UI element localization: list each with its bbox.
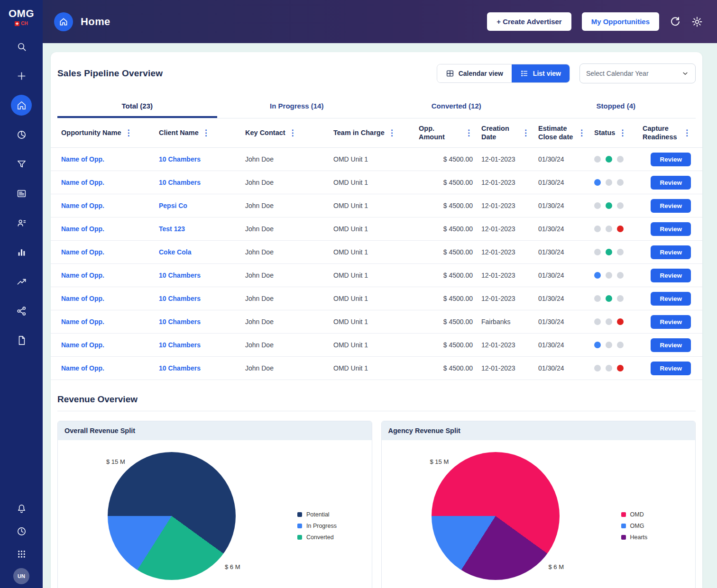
column-menu-icon[interactable]: ⋮	[202, 129, 210, 137]
column-label: Client Name	[159, 129, 199, 137]
tab-total-23[interactable]: Total (23)	[57, 95, 217, 118]
sidebar-item-funnel[interactable]	[11, 154, 32, 174]
user-avatar[interactable]: UN	[13, 568, 29, 584]
opportunity-link[interactable]: Name of Opp.	[61, 155, 104, 163]
review-button[interactable]: Review	[651, 199, 691, 213]
funnel-icon	[16, 159, 27, 170]
opportunity-link[interactable]: Name of Opp.	[61, 225, 104, 233]
column-menu-icon[interactable]: ⋮	[618, 129, 626, 137]
home-icon[interactable]	[54, 12, 73, 31]
close-date: 01/30/24	[534, 225, 590, 233]
sidebar-item-contacts[interactable]	[11, 212, 32, 233]
column-menu-icon[interactable]: ⋮	[388, 129, 396, 137]
opportunity-link[interactable]: Name of Opp.	[61, 271, 104, 279]
sidebar-item-home[interactable]	[11, 95, 32, 116]
review-button[interactable]: Review	[651, 176, 691, 190]
column-menu-icon[interactable]: ⋮	[289, 129, 297, 137]
column-menu-icon[interactable]: ⋮	[683, 129, 691, 137]
sidebar-item-pie-chart[interactable]	[11, 124, 32, 145]
sidebar-item-plus[interactable]	[11, 65, 32, 86]
sidebar-item-bell[interactable]	[12, 499, 31, 518]
review-button[interactable]: Review	[651, 315, 691, 329]
status-dot-gray	[617, 272, 624, 279]
team-in-charge: OMD Unit 1	[330, 295, 415, 302]
review-button[interactable]: Review	[651, 222, 691, 236]
opportunity-link[interactable]: Name of Opp.	[61, 364, 104, 372]
status-dot-red	[617, 318, 624, 325]
status-dot-green	[606, 202, 612, 209]
sidebar-item-news[interactable]	[11, 183, 32, 204]
opportunity-link[interactable]: Name of Opp.	[61, 179, 104, 186]
settings-icon[interactable]	[691, 16, 703, 27]
sidebar-item-clock[interactable]	[12, 522, 31, 541]
legend-label: Hearts	[630, 534, 648, 541]
tab-stopped-4[interactable]: Stopped (4)	[536, 95, 696, 118]
column-label: Opportunity Name	[61, 129, 121, 137]
legend-swatch	[297, 535, 302, 540]
home-glyph-icon	[59, 17, 68, 27]
review-button[interactable]: Review	[651, 338, 691, 352]
opp-amount: $ 4500.00	[415, 364, 478, 372]
opportunity-link[interactable]: Name of Opp.	[61, 248, 104, 256]
pipeline-controls: Calendar view List view Select Calendar …	[437, 63, 696, 83]
list-view-button[interactable]: List view	[512, 64, 570, 82]
review-button[interactable]: Review	[651, 153, 691, 166]
pie-value-label: $ 6 M	[225, 563, 240, 570]
client-link[interactable]: Test 123	[159, 225, 185, 233]
client-link[interactable]: Pepsi Co	[159, 202, 187, 209]
close-date: 01/30/24	[534, 295, 590, 302]
legend-item: Potential	[297, 511, 337, 518]
chart-legend: OMDOMGHearts	[621, 511, 648, 541]
opportunity-link[interactable]: Name of Opp.	[61, 318, 104, 326]
client-link[interactable]: 10 Chambers	[159, 295, 201, 302]
sidebar-item-document[interactable]	[11, 330, 32, 351]
client-link[interactable]: 10 Chambers	[159, 341, 201, 349]
calendar-year-select[interactable]: Select Calendar Year	[579, 63, 696, 83]
opportunity-link[interactable]: Name of Opp.	[61, 202, 104, 209]
client-link[interactable]: 10 Chambers	[159, 318, 201, 326]
review-button[interactable]: Review	[651, 292, 691, 306]
status-dot-gray	[606, 272, 612, 279]
key-contact: John Doe	[241, 318, 330, 326]
sidebar-item-search[interactable]	[11, 36, 32, 57]
client-link[interactable]: 10 Chambers	[159, 364, 201, 372]
sidebar-item-share[interactable]	[11, 300, 32, 321]
close-date: 01/30/24	[534, 248, 590, 256]
review-button[interactable]: Review	[651, 269, 691, 282]
legend-item: OMG	[621, 523, 648, 529]
sidebar-item-bar-chart[interactable]	[11, 242, 32, 262]
client-link[interactable]: 10 Chambers	[159, 155, 201, 163]
team-in-charge: OMD Unit 1	[330, 155, 415, 163]
opportunity-link[interactable]: Name of Opp.	[61, 341, 104, 349]
sidebar-item-trending-up[interactable]	[11, 271, 32, 292]
clock-icon	[16, 526, 27, 537]
sidebar-nav	[11, 32, 32, 355]
sidebar-item-apps[interactable]	[12, 544, 31, 563]
tab-in-progress-14[interactable]: In Progress (14)	[217, 95, 377, 118]
column-menu-icon[interactable]: ⋮	[578, 129, 586, 137]
column-menu-icon[interactable]: ⋮	[124, 129, 132, 137]
status-indicator	[594, 342, 634, 348]
create-advertiser-button[interactable]: + Create Advertiser	[487, 12, 571, 31]
refresh-icon[interactable]	[670, 16, 681, 27]
my-opportunities-button[interactable]: My Opportunities	[582, 12, 659, 31]
client-link[interactable]: 10 Chambers	[159, 179, 201, 186]
legend-item: Hearts	[621, 534, 648, 541]
creation-date: 12-01-2023	[478, 341, 534, 349]
content-area: Sales Pipeline Overview Calendar view Li…	[43, 43, 717, 588]
opportunity-link[interactable]: Name of Opp.	[61, 295, 104, 302]
status-dot-gray	[617, 202, 624, 209]
client-link[interactable]: Coke Cola	[159, 248, 191, 256]
tab-converted-12[interactable]: Converted (12)	[377, 95, 536, 118]
review-button[interactable]: Review	[651, 245, 691, 259]
logo-country: CH	[9, 21, 34, 26]
list-icon	[520, 69, 529, 78]
review-button[interactable]: Review	[651, 362, 691, 375]
status-dot-gray	[617, 156, 624, 163]
column-menu-icon[interactable]: ⋮	[465, 129, 473, 137]
app-root: OMG CH UN Home + Create Advertiser My Op…	[0, 0, 717, 588]
column-menu-icon[interactable]: ⋮	[522, 129, 530, 137]
calendar-view-button[interactable]: Calendar view	[437, 64, 512, 82]
client-link[interactable]: 10 Chambers	[159, 271, 201, 279]
document-icon	[16, 335, 27, 346]
